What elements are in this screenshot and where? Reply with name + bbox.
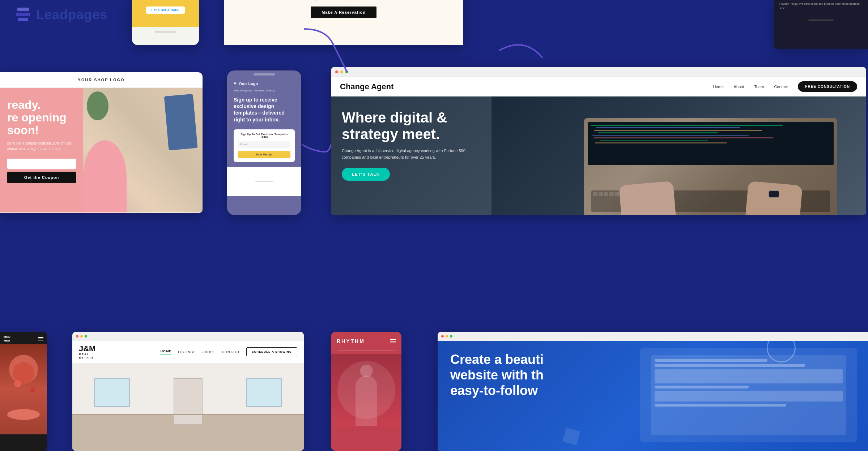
re-nav-contact[interactable]: CONTACT [222, 350, 240, 354]
create-title: Create a beauti website with th easy-to-… [450, 352, 544, 399]
fashion-leaves [87, 91, 109, 120]
re-schedule-button[interactable]: SCHEDULE A SHOWING [246, 347, 297, 356]
re-nav-links: HOME LISTINGS ABOUT CONTACT SCHEDULE A S… [160, 347, 297, 356]
ca-nav-team[interactable]: Team [754, 85, 764, 89]
phone-scroll-bar [155, 31, 176, 33]
ca-hero-desc: Change Agent is a full-service digital a… [342, 148, 468, 160]
shop-headline: ready. re opening soon! [7, 99, 76, 137]
browser-dot-red [335, 70, 338, 73]
shop-description: pe to get a coupon code for 20% off your… [7, 141, 76, 151]
mockup-line-4 [655, 404, 786, 407]
browser-dot-yellow [340, 70, 343, 73]
ca-hero: Where digital & strategy meet. Change Ag… [331, 96, 866, 215]
reservation-card: 311 JEWELL ROAD, SAINT PAUL, MN | MON - … [224, 0, 463, 45]
rhythm-menu-line-3 [390, 343, 396, 343]
shop-logo: YOUR SHOP LOGO [0, 72, 203, 88]
re-dot-green [85, 335, 87, 338]
rhythm-menu-icon[interactable] [390, 339, 396, 343]
header: Leadpages [14, 7, 107, 22]
mockup-line-1 [655, 359, 767, 362]
re-brand: J&M REAL ESTATE [79, 344, 95, 360]
re-brand-estate: ESTATE [79, 356, 95, 360]
shop-fashion-image [83, 88, 203, 212]
create-right-mockup [640, 348, 857, 442]
rhythm-brand: RHYTHM [337, 338, 365, 344]
top-phone-yellow-section: Let's Set a Date! [132, 0, 199, 27]
create-title-1: Create a beauti [450, 352, 544, 367]
re-nav: J&M REAL ESTATE HOME LISTINGS ABOUT CONT… [72, 341, 304, 364]
phone-signup-title: Sign Up To Get Exclusive Templates Today [238, 133, 290, 138]
svg-rect-2 [18, 18, 28, 21]
ca-nav-links: Home About Team Contact FREE CONSULTATIO… [713, 81, 857, 92]
re-room [72, 364, 304, 451]
create-title-3: easy-to-follow [450, 383, 544, 398]
ca-nav: Change Agent Home About Team Contact FRE… [331, 77, 866, 96]
reservation-button[interactable]: Make A Reservation [311, 7, 376, 18]
get-coupon-button[interactable]: Get the Coupon [7, 172, 76, 183]
ca-nav-home[interactable]: Home [713, 85, 723, 89]
menu-line-1 [38, 337, 43, 338]
shop-headline-2: re opening soon! [7, 111, 76, 137]
food-image [0, 344, 47, 434]
privacy-card: Privacy Policy: We hate spam and promise… [774, 0, 868, 49]
shop-image [83, 88, 203, 212]
rhythm-hero-image [331, 354, 401, 426]
re-nav-home[interactable]: HOME [160, 349, 171, 355]
svg-rect-1 [16, 13, 30, 16]
privacy-scroll [808, 20, 834, 21]
re-dot-yellow [80, 335, 83, 338]
rhythm-menu-line-2 [390, 341, 396, 342]
top-phone-card: Let's Set a Date! [132, 0, 199, 45]
ca-laptop-background [492, 96, 866, 215]
food-brand: MONMEN [4, 335, 10, 342]
heart-icon: ♥ [234, 81, 236, 86]
ca-nav-contact[interactable]: Contact [774, 85, 788, 89]
phone-bottom-scroll [255, 181, 273, 182]
privacy-text: Privacy Policy: We hate spam and promise… [774, 0, 868, 16]
shop-card: YOUR SHOP LOGO ready. re opening soon! p… [0, 72, 203, 213]
real-estate-card: J&M REAL ESTATE HOME LISTINGS ABOUT CONT… [72, 332, 304, 451]
phone-logo-row: ♥ Your Logo [227, 81, 301, 89]
create-title-2: website with th [450, 367, 544, 383]
create-dot-yellow [446, 335, 448, 338]
create-dot-red [441, 335, 444, 338]
rhythm-menu-line-1 [390, 339, 396, 340]
re-nav-about[interactable]: ABOUT [202, 350, 215, 354]
re-nav-listings[interactable]: LISTINGS [178, 350, 196, 354]
phone-email-field[interactable]: E-mail [238, 141, 290, 148]
mockup-block-2 [655, 391, 843, 401]
shop-headline-1: ready. [7, 99, 76, 111]
browser-dot-green [345, 70, 348, 73]
change-agent-card: Change Agent Home About Team Contact FRE… [331, 67, 866, 215]
ca-consultation-button[interactable]: FREE CONSULTATION [798, 81, 857, 92]
phone-bottom [227, 167, 301, 196]
mockup-line-3 [655, 386, 749, 388]
food-menu-icon[interactable] [38, 337, 43, 340]
phone-signup-box: Sign Up To Get Exclusive Templates Today… [234, 129, 295, 162]
rhythm-header: RHYTHM [331, 332, 401, 348]
ca-browser-bar [331, 67, 866, 77]
create-dot-green [450, 335, 452, 338]
top-phone-button[interactable]: Let's Set a Date! [146, 7, 184, 14]
address-text: 311 JEWELL ROAD, SAINT PAUL, MN | MON - … [235, 0, 452, 1]
ca-nav-about[interactable]: About [734, 85, 744, 89]
re-browser-bar [72, 332, 304, 341]
re-door [174, 378, 203, 425]
food-header: MONMEN [0, 332, 47, 344]
create-hero-content: Create a beauti website with th easy-to-… [450, 352, 544, 403]
svg-rect-0 [17, 8, 29, 11]
phone-tagline: Free Templates. Delivered Weekly. [227, 89, 301, 92]
menu-line-2 [38, 339, 43, 339]
leadpages-logo-text: Leadpages [36, 7, 107, 22]
re-hero [72, 364, 304, 451]
phone-email-placeholder: E-mail [240, 143, 247, 146]
shop-email-input[interactable] [7, 159, 76, 169]
ca-lets-talk-button[interactable]: LET'S TALK [342, 168, 390, 181]
phone-signup-button[interactable]: Sign Me Up! [238, 151, 290, 158]
create-hero: Create a beauti website with th easy-to-… [438, 341, 868, 451]
create-mockup-inner [651, 355, 846, 435]
fashion-jeans [164, 94, 198, 150]
phone-logo-text: Your Logo [238, 81, 258, 86]
phone-center-card: ♥ Your Logo Free Templates. Delivered We… [227, 70, 301, 215]
re-dot-red [76, 335, 78, 338]
